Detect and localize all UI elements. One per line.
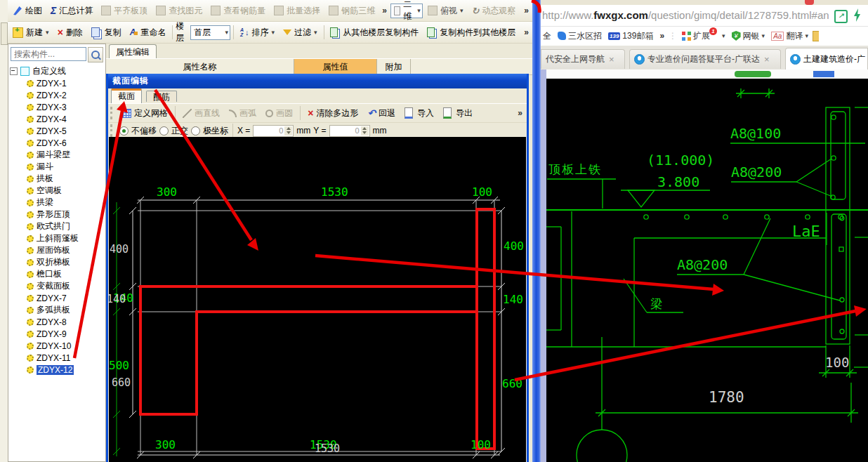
window-border[interactable]: [532, 0, 541, 462]
bookmark-139mail[interactable]: 139139邮箱: [606, 30, 655, 42]
spinner-icon[interactable]: [361, 126, 369, 136]
y-unit: mm: [373, 126, 387, 136]
batch-select-button[interactable]: 批量选择: [270, 4, 324, 18]
search-input[interactable]: [11, 47, 86, 61]
tree-item[interactable]: ZDYX-11: [10, 352, 104, 364]
chevron-down-icon: ▾: [225, 29, 229, 36]
tree-item[interactable]: 拱梁: [10, 197, 104, 209]
translate-button[interactable]: Aa翻译▾: [769, 30, 810, 42]
x-input[interactable]: 0: [253, 125, 294, 137]
find-element-button[interactable]: 查找图元: [152, 4, 206, 18]
bookmark-partial[interactable]: 全: [541, 30, 553, 42]
new-button[interactable]: +新建▾: [9, 25, 53, 40]
tree-item[interactable]: 多弧拱板: [10, 304, 104, 316]
tree-item[interactable]: 上斜雨篷板: [10, 232, 104, 244]
y-input[interactable]: 0: [329, 125, 370, 137]
summary-calc-button[interactable]: Σ汇总计算: [47, 4, 96, 18]
sort-button[interactable]: AZ↓排序▾: [237, 25, 278, 40]
tab-construction-cost[interactable]: 土建建筑造价-广: [785, 48, 868, 70]
tree-item[interactable]: 异形压顶: [10, 209, 104, 220]
tab-rebar[interactable]: 配筋: [146, 91, 177, 102]
delete-button[interactable]: ×删除: [54, 25, 86, 40]
tree-item[interactable]: 漏斗: [10, 161, 104, 173]
spinner-icon[interactable]: [284, 126, 292, 136]
header-property-name[interactable]: 属性名称: [106, 59, 294, 74]
header-attach[interactable]: 附加: [377, 59, 411, 74]
rename-button[interactable]: A重命名: [126, 25, 170, 40]
tree-item[interactable]: ZDYX-5: [10, 125, 104, 137]
tree-item[interactable]: ZDYX-7: [10, 292, 104, 304]
tree-item[interactable]: 漏斗梁壁: [10, 149, 104, 161]
copy-to-floor-button[interactable]: 复制构件到其他楼层: [423, 25, 519, 40]
filter-button[interactable]: 过滤▾: [280, 25, 321, 40]
define-grid-button[interactable]: 定义网格: [119, 106, 171, 121]
rebar-3d-button[interactable]: 钢筋三维: [325, 4, 379, 18]
tree-item[interactable]: 空调板: [10, 185, 104, 197]
tab-qa-platform[interactable]: 专业造价问题答疑平台-广联达×: [629, 49, 781, 69]
tree-item[interactable]: 檐口板: [10, 268, 104, 280]
bookmarks-overflow-chevron[interactable]: »: [657, 31, 666, 41]
tree-item[interactable]: ZDYX-8: [10, 316, 104, 328]
tab-nav-site[interactable]: 代安全上网导航×: [541, 49, 625, 69]
header-property-value[interactable]: 属性值: [294, 59, 377, 74]
draw-line-button[interactable]: 画直线: [179, 106, 223, 121]
cad-drawing-view[interactable]: 顶板上铁 (11.000) 3.800 A8@100 A8@200 A8@200…: [546, 79, 868, 462]
dialog-toolbar-overflow[interactable]: »: [515, 108, 525, 118]
toolbar2-overflow-chevron[interactable]: »: [522, 27, 531, 37]
tree-item[interactable]: 欧式拱门: [10, 220, 104, 232]
floor-select[interactable]: 首层▾: [190, 25, 230, 40]
tree-item[interactable]: ZDYX-3: [10, 101, 104, 113]
tree-root[interactable]: 自定义线: [10, 65, 104, 77]
draw-circle-button[interactable]: 画圆: [262, 106, 296, 121]
tree-item[interactable]: ZDYX-9: [10, 328, 104, 340]
view-direction-button[interactable]: 俯视▾: [424, 4, 467, 18]
extensions-button[interactable]: 扩展1▾: [680, 30, 728, 42]
toolbar1-overflow-chevron[interactable]: »: [380, 6, 389, 15]
bank-button[interactable]: ¥网银▾: [730, 30, 768, 42]
tab-section[interactable]: 截面: [111, 88, 142, 103]
sigma-icon: Σ: [51, 5, 56, 16]
clear-polygon-button[interactable]: ×清除多边形: [304, 106, 362, 121]
address-bar[interactable]: http://www.fwxgx.com/question/gimq/detai…: [541, 5, 868, 27]
lightning-icon[interactable]: [853, 8, 862, 22]
tree-item[interactable]: ZDYX-1: [10, 77, 104, 89]
draw-button[interactable]: 绘图: [9, 4, 46, 18]
share-icon[interactable]: ↗: [834, 10, 848, 23]
export-button[interactable]: 导出: [440, 106, 476, 121]
tree-item[interactable]: ZDYX-4: [10, 113, 104, 125]
section-canvas[interactable]: 300 1530 100 140 500 400 140 660 300 153…: [109, 137, 526, 462]
tree-item[interactable]: ZDYX-10: [10, 340, 104, 352]
copy-button[interactable]: 复制: [88, 25, 125, 40]
dialog-title-bar[interactable]: 截面编辑: [108, 74, 527, 88]
tree-item[interactable]: 变截面板: [10, 280, 104, 292]
circle-icon: [265, 110, 273, 117]
collapse-icon[interactable]: [10, 67, 18, 75]
tree-item[interactable]: ZDYX-2: [10, 89, 104, 101]
tree-item[interactable]: 屋面饰板: [10, 244, 104, 256]
tree-item-selected[interactable]: ZDYX-12: [10, 364, 104, 376]
close-icon[interactable]: ×: [609, 54, 614, 65]
toolbar1-more-chevron[interactable]: »: [522, 6, 531, 15]
dynamic-observe-button[interactable]: ↻动态观察: [468, 4, 519, 18]
radio-ortho[interactable]: [159, 126, 169, 136]
search-button[interactable]: [88, 47, 103, 62]
tree-item[interactable]: 拱板: [10, 173, 104, 185]
radio-polar[interactable]: [191, 126, 200, 136]
copy-from-floor-button[interactable]: 从其他楼层复制构件: [327, 25, 422, 40]
dock-grip[interactable]: [1, 22, 8, 45]
tree-item[interactable]: 双折梯板: [10, 256, 104, 268]
red-section-outline[interactable]: [140, 209, 494, 449]
draw-arc-button[interactable]: 画弧: [225, 106, 260, 121]
bookmark-site1[interactable]: 三水区招: [555, 30, 604, 42]
view-mode-select[interactable]: 二维▾: [390, 4, 423, 18]
radio-no-offset[interactable]: [119, 126, 129, 136]
close-icon[interactable]: ×: [764, 54, 770, 65]
tab-property-editor[interactable]: 属性编辑: [109, 44, 157, 59]
align-slab-top-button[interactable]: 平齐板顶: [98, 4, 151, 18]
tree-item[interactable]: ZDYX-6: [10, 137, 104, 149]
view-rebar-qty-button[interactable]: 查看钢筋量: [207, 4, 269, 18]
undo-button[interactable]: ↶回退: [364, 106, 399, 121]
import-button[interactable]: 导入: [401, 106, 438, 121]
dim-right-660: 660: [502, 377, 522, 390]
tab-favicon: [634, 54, 645, 65]
